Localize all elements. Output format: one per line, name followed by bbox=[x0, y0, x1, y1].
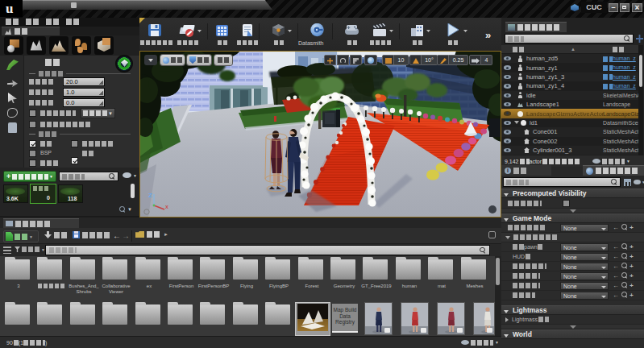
svg-text:x: x bbox=[165, 204, 168, 209]
svg-text:Z: Z bbox=[148, 192, 152, 199]
